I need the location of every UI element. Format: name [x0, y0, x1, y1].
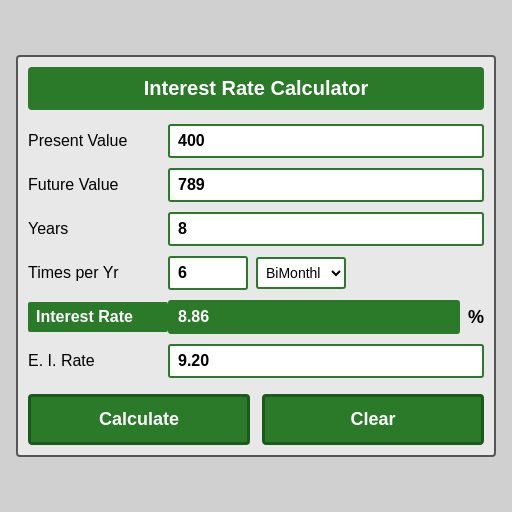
present-value-row: Present Value — [28, 124, 484, 158]
frequency-select[interactable]: BiMonthl Monthly Quarterly Annually — [256, 257, 346, 289]
interest-rate-label: Interest Rate — [28, 302, 168, 332]
ei-rate-input[interactable] — [168, 344, 484, 378]
ei-rate-row: E. I. Rate — [28, 344, 484, 378]
years-label: Years — [28, 220, 168, 238]
ei-rate-label: E. I. Rate — [28, 352, 168, 370]
present-value-label: Present Value — [28, 132, 168, 150]
times-per-yr-row: Times per Yr BiMonthl Monthly Quarterly … — [28, 256, 484, 290]
buttons-row: Calculate Clear — [28, 394, 484, 445]
percent-sign: % — [468, 307, 484, 328]
future-value-label: Future Value — [28, 176, 168, 194]
times-per-yr-label: Times per Yr — [28, 264, 168, 282]
present-value-input[interactable] — [168, 124, 484, 158]
interest-rate-input[interactable] — [168, 300, 460, 334]
calculator-container: Interest Rate Calculator Present Value F… — [16, 55, 496, 457]
times-per-yr-input[interactable] — [168, 256, 248, 290]
years-input[interactable] — [168, 212, 484, 246]
app-title: Interest Rate Calculator — [144, 77, 369, 99]
times-per-yr-inputs: BiMonthl Monthly Quarterly Annually — [168, 256, 346, 290]
calculate-button[interactable]: Calculate — [28, 394, 250, 445]
clear-button[interactable]: Clear — [262, 394, 484, 445]
years-row: Years — [28, 212, 484, 246]
future-value-input[interactable] — [168, 168, 484, 202]
title-bar: Interest Rate Calculator — [28, 67, 484, 110]
interest-rate-row: Interest Rate % — [28, 300, 484, 334]
future-value-row: Future Value — [28, 168, 484, 202]
